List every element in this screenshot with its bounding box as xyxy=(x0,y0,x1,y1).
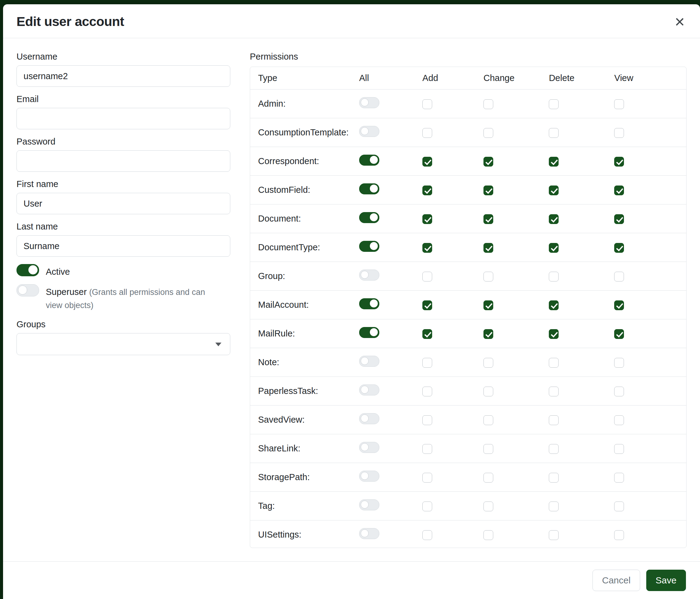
add-checkbox[interactable] xyxy=(422,301,432,310)
all-toggle[interactable] xyxy=(359,212,379,223)
view-checkbox[interactable] xyxy=(614,128,624,138)
view-checkbox[interactable] xyxy=(614,530,624,540)
view-checkbox[interactable] xyxy=(614,473,624,483)
view-checkbox[interactable] xyxy=(614,415,624,425)
all-toggle[interactable] xyxy=(359,183,379,194)
change-checkbox[interactable] xyxy=(483,128,493,138)
all-toggle[interactable] xyxy=(359,471,379,482)
view-checkbox[interactable] xyxy=(614,444,624,454)
change-checkbox[interactable] xyxy=(483,329,493,339)
delete-checkbox[interactable] xyxy=(549,444,558,454)
add-checkbox[interactable] xyxy=(422,214,432,224)
delete-checkbox[interactable] xyxy=(549,530,558,540)
cancel-button[interactable]: Cancel xyxy=(593,570,640,591)
view-checkbox[interactable] xyxy=(614,358,624,368)
all-toggle[interactable] xyxy=(359,241,379,252)
change-checkbox[interactable] xyxy=(483,415,493,425)
delete-checkbox[interactable] xyxy=(549,473,558,483)
delete-checkbox[interactable] xyxy=(549,99,558,109)
first-name-field[interactable] xyxy=(17,193,230,214)
change-checkbox[interactable] xyxy=(483,157,493,167)
all-toggle[interactable] xyxy=(359,298,379,309)
groups-select[interactable] xyxy=(17,333,230,355)
add-checkbox[interactable] xyxy=(422,272,432,282)
all-toggle[interactable] xyxy=(359,528,379,539)
close-icon[interactable]: × xyxy=(673,14,686,29)
save-button[interactable]: Save xyxy=(646,570,686,591)
add-checkbox[interactable] xyxy=(422,530,432,540)
change-checkbox[interactable] xyxy=(483,387,493,397)
change-checkbox[interactable] xyxy=(483,243,493,253)
view-checkbox[interactable] xyxy=(614,214,624,224)
permission-delete-cell xyxy=(549,147,614,176)
permissions-table-body: Admin:ConsumptionTemplate:Correspondent:… xyxy=(250,90,686,548)
active-toggle[interactable] xyxy=(17,264,39,276)
all-toggle[interactable] xyxy=(359,327,379,338)
email-field[interactable] xyxy=(17,108,230,129)
last-name-field[interactable] xyxy=(17,235,230,257)
add-checkbox[interactable] xyxy=(422,243,432,253)
delete-checkbox[interactable] xyxy=(549,157,558,167)
password-field[interactable] xyxy=(17,150,230,172)
add-checkbox[interactable] xyxy=(422,157,432,167)
add-checkbox[interactable] xyxy=(422,329,432,339)
all-toggle[interactable] xyxy=(359,154,379,166)
all-toggle[interactable] xyxy=(359,97,379,108)
permission-row: Note: xyxy=(250,348,686,377)
add-checkbox[interactable] xyxy=(422,415,432,425)
view-checkbox[interactable] xyxy=(614,387,624,397)
add-checkbox[interactable] xyxy=(422,358,432,368)
view-checkbox[interactable] xyxy=(614,502,624,511)
add-checkbox[interactable] xyxy=(422,128,432,138)
view-checkbox[interactable] xyxy=(614,243,624,253)
delete-checkbox[interactable] xyxy=(549,272,558,282)
delete-checkbox[interactable] xyxy=(549,387,558,397)
view-checkbox[interactable] xyxy=(614,186,624,195)
all-toggle[interactable] xyxy=(359,269,379,281)
permission-view-cell xyxy=(614,118,686,147)
view-checkbox[interactable] xyxy=(614,272,624,282)
delete-checkbox[interactable] xyxy=(549,358,558,368)
permission-change-cell xyxy=(483,291,549,319)
delete-checkbox[interactable] xyxy=(549,128,558,138)
permission-delete-cell xyxy=(549,348,614,377)
add-checkbox[interactable] xyxy=(422,502,432,511)
change-checkbox[interactable] xyxy=(483,530,493,540)
permission-view-cell xyxy=(614,90,686,118)
change-checkbox[interactable] xyxy=(483,473,493,483)
change-checkbox[interactable] xyxy=(483,214,493,224)
change-checkbox[interactable] xyxy=(483,502,493,511)
all-toggle[interactable] xyxy=(359,499,379,510)
all-toggle[interactable] xyxy=(359,442,379,453)
change-checkbox[interactable] xyxy=(483,186,493,195)
delete-checkbox[interactable] xyxy=(549,415,558,425)
delete-checkbox[interactable] xyxy=(549,186,558,195)
view-checkbox[interactable] xyxy=(614,301,624,310)
all-toggle[interactable] xyxy=(359,356,379,367)
delete-checkbox[interactable] xyxy=(549,301,558,310)
permission-delete-cell xyxy=(549,262,614,291)
all-toggle[interactable] xyxy=(359,413,379,424)
change-checkbox[interactable] xyxy=(483,272,493,282)
view-checkbox[interactable] xyxy=(614,157,624,167)
email-label: Email xyxy=(17,94,230,104)
view-checkbox[interactable] xyxy=(614,329,624,339)
add-checkbox[interactable] xyxy=(422,186,432,195)
change-checkbox[interactable] xyxy=(483,358,493,368)
username-input[interactable] xyxy=(17,65,230,87)
add-checkbox[interactable] xyxy=(422,387,432,397)
add-checkbox[interactable] xyxy=(422,473,432,483)
change-checkbox[interactable] xyxy=(483,301,493,310)
change-checkbox[interactable] xyxy=(483,444,493,454)
all-toggle[interactable] xyxy=(359,126,379,137)
delete-checkbox[interactable] xyxy=(549,329,558,339)
superuser-toggle[interactable] xyxy=(17,284,39,296)
all-toggle[interactable] xyxy=(359,384,379,396)
add-checkbox[interactable] xyxy=(422,99,432,109)
delete-checkbox[interactable] xyxy=(549,214,558,224)
delete-checkbox[interactable] xyxy=(549,243,558,253)
view-checkbox[interactable] xyxy=(614,99,624,109)
change-checkbox[interactable] xyxy=(483,99,493,109)
delete-checkbox[interactable] xyxy=(549,502,558,511)
add-checkbox[interactable] xyxy=(422,444,432,454)
